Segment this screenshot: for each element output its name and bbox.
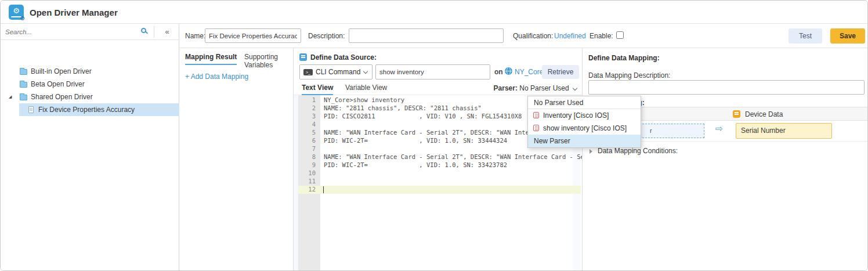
retrieve-button[interactable]: Retrieve bbox=[542, 65, 579, 79]
active-code-line: 12 bbox=[298, 186, 581, 194]
parser-dropdown-menu: No Parser Used Inventory [Cisco IOS] sho… bbox=[527, 96, 641, 148]
cli-command-input[interactable] bbox=[375, 64, 490, 80]
tab-supporting-variables[interactable]: Supporting Variables bbox=[244, 53, 293, 72]
description-label: Description: bbox=[308, 32, 345, 40]
data-source-panel: Define Data Source: CLI Command on NY_Co… bbox=[294, 48, 583, 271]
mapping-result-panel: Mapping Result Supporting Variables + Ad… bbox=[179, 48, 294, 271]
data-mapping-conditions-label: Data Mapping Conditions: bbox=[598, 147, 678, 155]
editor-margin bbox=[294, 95, 298, 271]
dropdown-item-show-inventory-cisco-ios[interactable]: show inventory [Cisco IOS] bbox=[528, 122, 641, 135]
text-cursor bbox=[323, 186, 324, 193]
parser-icon bbox=[533, 112, 539, 118]
device-data-icon bbox=[733, 110, 740, 118]
code-line: 10 bbox=[298, 169, 581, 178]
dropdown-item-inventory-cisco-ios[interactable]: Inventory [Cisco IOS] bbox=[528, 109, 641, 122]
qualification-label: Qualification: bbox=[513, 32, 553, 40]
enable-label: Enable: bbox=[589, 32, 613, 40]
chevron-down-icon bbox=[573, 86, 577, 91]
command-type-select[interactable]: CLI Command bbox=[299, 64, 372, 80]
tree-item-fix-device-properties-accuracy[interactable]: Fix Device Properties Accuracy bbox=[19, 103, 179, 116]
page-title: Open Driver Manager bbox=[30, 8, 118, 17]
data-mapping-description-input[interactable] bbox=[588, 80, 865, 95]
device-data-header-label: Device Data bbox=[745, 110, 783, 118]
parser-select[interactable]: Parser: No Parser Used bbox=[494, 84, 577, 92]
dropdown-item-no-parser-used[interactable]: No Parser Used bbox=[528, 96, 641, 109]
tree-item-shared-open-driver[interactable]: ◢ Shared Open Driver bbox=[1, 91, 179, 103]
save-button[interactable]: Save bbox=[830, 28, 865, 44]
map-arrow-icon: ⇨ bbox=[715, 123, 723, 134]
folder-icon bbox=[20, 82, 27, 88]
expanded-caret-icon[interactable]: ◢ bbox=[9, 95, 12, 99]
source-variable-fragment: r bbox=[650, 127, 652, 134]
search-bar: « bbox=[1, 24, 179, 40]
chevron-down-icon bbox=[363, 69, 368, 74]
name-label: Name: bbox=[185, 32, 205, 40]
window-header: ⚙ ⚙ Open Driver Manager bbox=[1, 1, 868, 24]
driver-toolbar: Name: Description: Qualification: Undefi… bbox=[179, 24, 868, 48]
parser-icon bbox=[533, 125, 539, 131]
driver-tree-sidebar: « Built-in Open Driver Beta Open Driver … bbox=[1, 24, 179, 271]
parser-value: No Parser Used bbox=[519, 84, 569, 92]
collapsed-caret-icon bbox=[589, 149, 592, 154]
tree-item-beta-open-driver[interactable]: Beta Open Driver bbox=[1, 78, 179, 91]
add-data-mapping-link[interactable]: + Add Data Mapping bbox=[185, 73, 248, 81]
tab-variable-view[interactable]: Variable View bbox=[345, 84, 387, 94]
dropdown-item-new-parser[interactable]: New Parser bbox=[528, 135, 641, 147]
driver-manager-icon: ⚙ ⚙ bbox=[9, 5, 24, 20]
test-button[interactable]: Test bbox=[789, 28, 822, 44]
code-line: 9PID: WIC-2T= , VID: 1.0, SN: 33423782 bbox=[298, 161, 581, 169]
enable-checkbox[interactable] bbox=[616, 31, 624, 39]
description-input[interactable] bbox=[349, 28, 504, 43]
divider bbox=[154, 26, 154, 38]
on-label: on bbox=[494, 68, 503, 76]
define-data-source-title: Define Data Source: bbox=[310, 53, 377, 62]
name-input[interactable] bbox=[205, 28, 301, 43]
open-driver-manager-window: ⚙ ⚙ Open Driver Manager « Built-in Open … bbox=[0, 0, 868, 271]
view-tabs: Text View Variable View Parser: No Parse… bbox=[294, 82, 583, 95]
folder-icon bbox=[20, 69, 27, 75]
folder-icon bbox=[20, 95, 27, 100]
code-line: 8NAME: "WAN Interface Card - Serial 2T",… bbox=[298, 153, 581, 161]
data-mapping-panel: Define Data Mapping: Data Mapping Descri… bbox=[583, 48, 868, 271]
code-line: 11 bbox=[298, 178, 581, 186]
qualification-undefined-link[interactable]: Undefined bbox=[554, 32, 586, 40]
parser-label: Parser: bbox=[494, 84, 518, 92]
search-input[interactable] bbox=[2, 25, 136, 39]
device-globe-icon bbox=[505, 67, 512, 75]
tab-text-view[interactable]: Text View bbox=[302, 84, 333, 95]
terminal-icon bbox=[303, 69, 313, 75]
tab-mapping-result[interactable]: Mapping Result bbox=[185, 53, 237, 65]
collapse-sidebar-button[interactable]: « bbox=[158, 26, 176, 38]
define-data-mapping-title: Define Data Mapping: bbox=[588, 54, 660, 62]
target-property-field[interactable]: Serial Number bbox=[736, 123, 832, 139]
search-icon[interactable] bbox=[141, 28, 146, 33]
data-mapping-description-label: Data Mapping Description: bbox=[588, 71, 670, 80]
tree-item-built-in-open-driver[interactable]: Built-in Open Driver bbox=[1, 65, 179, 78]
device-link[interactable]: NY_Core bbox=[515, 68, 543, 76]
driver-doc-icon bbox=[28, 106, 34, 113]
data-source-icon bbox=[299, 53, 307, 61]
